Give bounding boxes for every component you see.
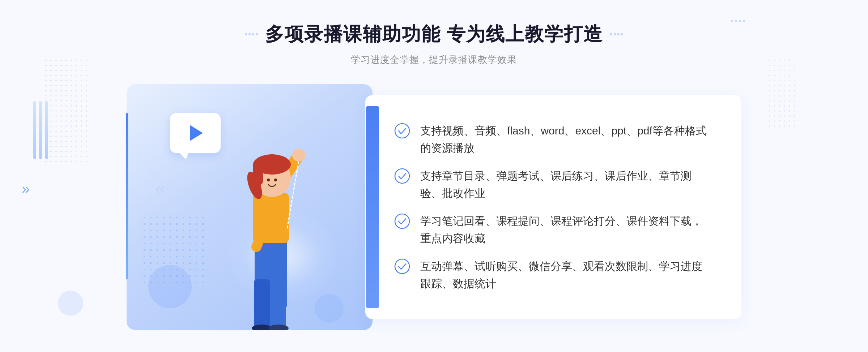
page-title: 多项录播课辅助功能 专为线上教学打造 — [265, 22, 603, 47]
play-bubble — [170, 113, 221, 153]
check-icon-2 — [394, 168, 410, 184]
play-icon — [190, 125, 203, 141]
top-right-decoration — [731, 20, 745, 22]
feature-text-4: 互动弹幕、试听购买、微信分享、观看次数限制、学习进度跟踪、数据统计 — [420, 258, 712, 292]
header-section: 多项录播课辅助功能 专为线上教学打造 学习进度全掌握，提升录播课教学效果 — [245, 22, 623, 66]
illustration-card: « — [127, 84, 373, 330]
svg-point-17 — [395, 214, 409, 228]
person-figure — [215, 128, 331, 330]
feature-item-1: 支持视频、音频、flash、word、excel、ppt、pdf等各种格式的资源… — [394, 122, 712, 157]
header-title-row: 多项录播课辅助功能 专为线上教学打造 — [245, 22, 623, 47]
inner-chevrons-decoration: « — [156, 178, 165, 198]
feature-item-4: 互动弹幕、试听购买、微信分享、观看次数限制、学习进度跟踪、数据统计 — [394, 258, 712, 292]
feature-item-3: 学习笔记回看、课程提问、课程评论打分、课件资料下载，重点内容收藏 — [394, 213, 712, 247]
main-content: « — [127, 84, 741, 330]
header-decorator-left — [245, 33, 258, 35]
check-icon-4 — [394, 258, 410, 274]
svg-rect-2 — [270, 279, 286, 330]
check-icon-3 — [394, 213, 410, 229]
svg-point-12 — [267, 179, 270, 181]
feature-item-2: 支持章节目录、弹题考试、课后练习、课后作业、章节测验、批改作业 — [394, 167, 712, 202]
vertical-accent — [126, 113, 128, 279]
svg-point-13 — [274, 179, 277, 181]
svg-point-18 — [395, 259, 409, 274]
feature-text-3: 学习笔记回看、课程提问、课程评论打分、课件资料下载，重点内容收藏 — [420, 213, 712, 247]
feature-text-1: 支持视频、音频、flash、word、excel、ppt、pdf等各种格式的资源… — [420, 122, 712, 157]
page-wrapper: » 多项录播课辅助功能 专为线上教学打造 学习进度全掌握，提升录播课教学效果 — [0, 0, 868, 352]
cylinder-decoration — [33, 101, 51, 159]
svg-point-14 — [292, 149, 305, 162]
header-decorator-right — [610, 33, 623, 35]
svg-point-16 — [395, 169, 409, 183]
page-subtitle: 学习进度全掌握，提升录播课教学效果 — [245, 53, 623, 66]
arrow-left-decoration: » — [22, 181, 30, 197]
features-panel: 支持视频、音频、flash、word、excel、ppt、pdf等各种格式的资源… — [365, 95, 741, 319]
feature-text-2: 支持章节目录、弹题考试、课后练习、课后作业、章节测验、批改作业 — [420, 167, 712, 202]
bottom-left-circle-decoration — [58, 291, 83, 316]
svg-point-15 — [395, 124, 409, 138]
circle-decoration-1 — [148, 265, 192, 308]
dots-decoration-right — [767, 58, 796, 130]
blue-accent-bar — [366, 106, 379, 308]
check-icon-1 — [394, 123, 410, 139]
svg-rect-1 — [254, 279, 270, 330]
